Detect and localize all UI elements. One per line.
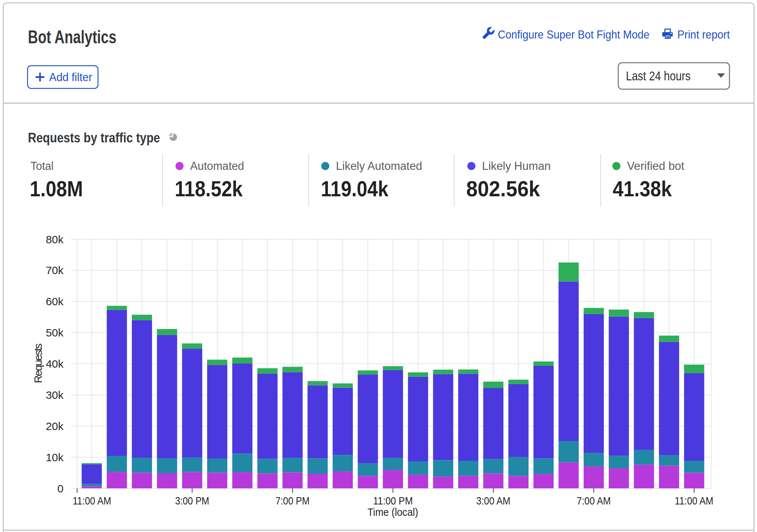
svg-text:119.04k: 119.04k (321, 176, 389, 201)
svg-text:Print report: Print report (677, 28, 730, 41)
svg-text:Total: Total (30, 160, 54, 172)
svg-text:Automated: Automated (190, 160, 244, 172)
svg-text:Bot Analytics: Bot Analytics (28, 27, 116, 47)
svg-text:118.52k: 118.52k (175, 176, 243, 201)
svg-text:Verified bot: Verified bot (627, 160, 684, 172)
svg-text:40k: 40k (46, 358, 64, 370)
svg-text:11:00 PM: 11:00 PM (373, 495, 413, 507)
svg-text:Likely Automated: Likely Automated (336, 160, 422, 172)
svg-text:50k: 50k (46, 327, 64, 339)
svg-text:Likely Human: Likely Human (482, 160, 551, 172)
svg-text:11:00 AM: 11:00 AM (73, 495, 111, 507)
svg-text:11:00 AM: 11:00 AM (675, 495, 713, 507)
svg-text:7:00 AM: 7:00 AM (577, 495, 611, 507)
svg-text:Configure Super Bot Fight Mode: Configure Super Bot Fight Mode (498, 28, 649, 41)
svg-text:60k: 60k (46, 295, 64, 307)
svg-text:10k: 10k (46, 451, 64, 463)
svg-text:0: 0 (57, 482, 64, 495)
svg-text:Requests by traffic type: Requests by traffic type (28, 130, 160, 145)
svg-text:3:00 PM: 3:00 PM (175, 495, 209, 507)
svg-text:80k: 80k (46, 233, 64, 245)
svg-text:802.56k: 802.56k (466, 176, 540, 201)
svg-text:Last 24 hours: Last 24 hours (626, 69, 691, 83)
svg-text:Time (local): Time (local) (367, 506, 418, 518)
svg-text:3:00 AM: 3:00 AM (476, 495, 510, 507)
svg-text:1.08M: 1.08M (30, 176, 83, 201)
svg-text:Add filter: Add filter (49, 70, 92, 84)
svg-text:41.38k: 41.38k (613, 176, 672, 201)
svg-text:20k: 20k (46, 420, 64, 432)
svg-text:30k: 30k (46, 389, 64, 401)
svg-text:70k: 70k (46, 264, 64, 276)
svg-text:7:00 PM: 7:00 PM (275, 495, 309, 507)
svg-text:Requests: Requests (32, 344, 44, 383)
